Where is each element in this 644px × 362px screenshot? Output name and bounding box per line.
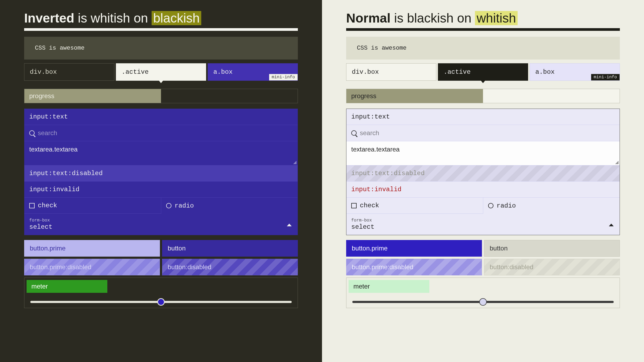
search-placeholder: search bbox=[38, 129, 57, 137]
tab-active[interactable]: .active bbox=[438, 63, 528, 81]
radio-icon bbox=[166, 203, 171, 208]
tab-active-label: .active bbox=[444, 68, 471, 76]
slider-thumb[interactable] bbox=[479, 298, 487, 306]
textarea[interactable]: textarea.textarea bbox=[24, 141, 298, 165]
tab-abox[interactable]: a.box mini-info bbox=[530, 63, 620, 81]
tabs-row: div.box .active a.box mini-info bbox=[24, 63, 298, 81]
demo-text-block: CSS is awesome bbox=[346, 37, 620, 60]
meter-fill: meter bbox=[349, 280, 429, 293]
normal-title-bold: Normal bbox=[346, 11, 390, 25]
checkbox-field[interactable]: check bbox=[346, 198, 483, 214]
select-value: select bbox=[29, 223, 52, 231]
range-slider[interactable] bbox=[27, 298, 295, 306]
plain-button-disabled: button:disabled bbox=[162, 259, 298, 275]
button-row-2: button.prime:disabled button:disabled bbox=[346, 259, 620, 275]
tab-abox-label: a.box bbox=[535, 68, 555, 76]
meter-bar: meter bbox=[27, 280, 295, 293]
inverted-panel: Inverted is whitish on blackish CSS is a… bbox=[0, 0, 322, 362]
prime-button-disabled: button.prime:disabled bbox=[346, 259, 482, 275]
chevron-down-icon bbox=[158, 80, 164, 83]
divider bbox=[346, 28, 620, 31]
search-placeholder: search bbox=[360, 129, 379, 137]
select-field[interactable]: form-box select bbox=[24, 214, 298, 235]
prime-button[interactable]: button.prime bbox=[24, 240, 160, 257]
resize-handle-icon[interactable] bbox=[615, 161, 619, 164]
tab-divbox[interactable]: div.box bbox=[24, 63, 114, 81]
tab-divbox[interactable]: div.box bbox=[346, 63, 436, 81]
range-slider[interactable] bbox=[349, 298, 617, 306]
mini-info-badge: mini-info bbox=[591, 74, 620, 80]
demo-text-block: CSS is awesome bbox=[24, 37, 298, 60]
plain-button[interactable]: button bbox=[484, 240, 620, 257]
meter-bar: meter bbox=[349, 280, 617, 293]
progress-label: progress bbox=[29, 92, 54, 100]
button-row-2: button.prime:disabled button:disabled bbox=[24, 259, 298, 275]
normal-panel: Normal is blackish on whitish CSS is awe… bbox=[322, 0, 644, 362]
progress-fill: progress bbox=[24, 89, 161, 103]
search-icon bbox=[351, 130, 357, 136]
normal-title-mid: is blackish on bbox=[390, 11, 475, 25]
meter-container: meter bbox=[346, 278, 620, 308]
normal-title: Normal is blackish on whitish bbox=[346, 11, 620, 25]
radio-label: radio bbox=[497, 202, 516, 209]
plain-button[interactable]: button bbox=[162, 240, 298, 257]
tab-abox-label: a.box bbox=[213, 68, 233, 76]
text-input-disabled: input:text:disabled bbox=[24, 165, 298, 182]
progress-label: progress bbox=[351, 92, 376, 100]
checkbox-field[interactable]: check bbox=[24, 198, 161, 214]
meter-fill: meter bbox=[27, 280, 107, 293]
progress-bar: progress bbox=[24, 89, 298, 103]
plain-button-disabled: button:disabled bbox=[484, 259, 620, 275]
inverted-title-mid: is whitish on bbox=[74, 11, 152, 25]
text-input[interactable]: input:text bbox=[24, 109, 298, 125]
resize-handle-icon[interactable] bbox=[293, 161, 297, 164]
radio-icon bbox=[488, 203, 493, 208]
textarea-value: textarea.textarea bbox=[29, 146, 78, 153]
button-row-1: button.prime button bbox=[24, 240, 298, 257]
search-input[interactable]: search bbox=[24, 125, 298, 141]
select-caption: form-box bbox=[351, 218, 374, 223]
select-value: select bbox=[351, 223, 374, 231]
caret-up-icon bbox=[609, 224, 614, 226]
prime-button[interactable]: button.prime bbox=[346, 240, 482, 257]
checkbox-label: check bbox=[38, 202, 57, 209]
tab-active-label: .active bbox=[122, 68, 149, 76]
slider-thumb[interactable] bbox=[157, 298, 165, 306]
radio-label: radio bbox=[175, 202, 194, 209]
textarea[interactable]: textarea.textarea bbox=[346, 141, 620, 165]
select-caption: form-box bbox=[29, 218, 52, 223]
progress-bar: progress bbox=[346, 89, 620, 103]
tabs-row: div.box .active a.box mini-info bbox=[346, 63, 620, 81]
tab-abox[interactable]: a.box mini-info bbox=[208, 63, 298, 81]
radio-field[interactable]: radio bbox=[161, 198, 298, 214]
form-column: input:text search textarea.textarea inpu… bbox=[346, 109, 620, 235]
normal-title-highlight: whitish bbox=[475, 11, 518, 25]
inverted-title: Inverted is whitish on blackish bbox=[24, 11, 298, 25]
chevron-down-icon bbox=[480, 80, 486, 83]
textarea-value: textarea.textarea bbox=[351, 146, 400, 153]
text-input[interactable]: input:text bbox=[346, 109, 620, 125]
text-input-disabled: input:text:disabled bbox=[346, 165, 620, 182]
tab-active[interactable]: .active bbox=[116, 63, 206, 81]
radio-field[interactable]: radio bbox=[483, 198, 620, 214]
meter-container: meter bbox=[24, 278, 298, 308]
inverted-title-bold: Inverted bbox=[24, 11, 74, 25]
checkbox-label: check bbox=[360, 202, 379, 209]
search-input[interactable]: search bbox=[346, 125, 620, 141]
search-icon bbox=[29, 130, 35, 136]
mini-info-badge: mini-info bbox=[269, 74, 298, 80]
text-input-invalid[interactable]: input:invalid bbox=[24, 182, 298, 198]
prime-button-disabled: button.prime:disabled bbox=[24, 259, 160, 275]
text-input-invalid[interactable]: input:invalid bbox=[346, 182, 620, 198]
caret-up-icon bbox=[287, 224, 292, 226]
checkbox-icon bbox=[29, 203, 35, 208]
form-column: input:text search textarea.textarea inpu… bbox=[24, 109, 298, 235]
divider bbox=[24, 28, 298, 31]
meter-label: meter bbox=[353, 283, 370, 290]
inverted-title-highlight: blackish bbox=[152, 11, 201, 25]
progress-fill: progress bbox=[346, 89, 483, 103]
meter-label: meter bbox=[31, 283, 48, 290]
checkbox-icon bbox=[351, 203, 357, 208]
select-field[interactable]: form-box select bbox=[346, 214, 620, 235]
button-row-1: button.prime button bbox=[346, 240, 620, 257]
